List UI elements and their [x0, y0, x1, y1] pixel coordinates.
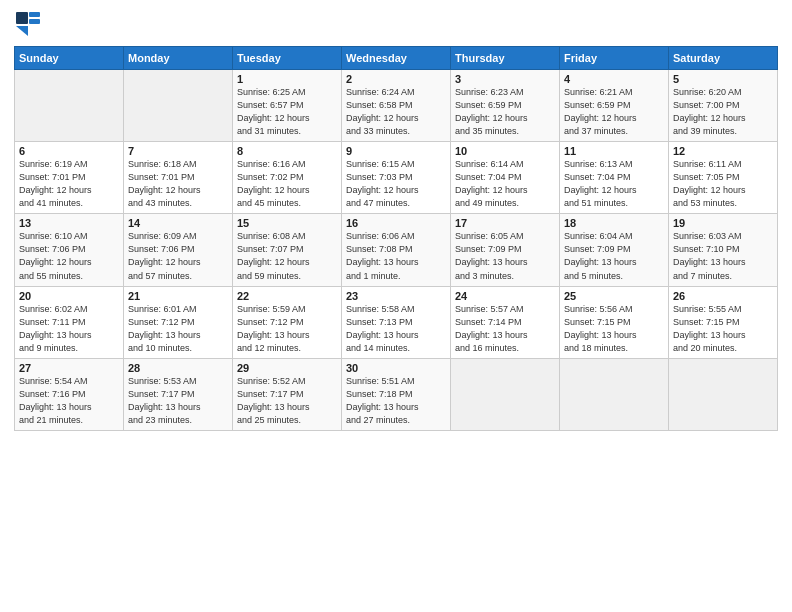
calendar-cell — [560, 358, 669, 430]
day-number: 29 — [237, 362, 337, 374]
day-number: 10 — [455, 145, 555, 157]
weekday-header-sunday: Sunday — [15, 47, 124, 70]
calendar-cell: 5Sunrise: 6:20 AM Sunset: 7:00 PM Daylig… — [669, 70, 778, 142]
day-number: 11 — [564, 145, 664, 157]
calendar-cell: 21Sunrise: 6:01 AM Sunset: 7:12 PM Dayli… — [124, 286, 233, 358]
day-number: 14 — [128, 217, 228, 229]
day-number: 5 — [673, 73, 773, 85]
weekday-header-thursday: Thursday — [451, 47, 560, 70]
day-info: Sunrise: 5:51 AM Sunset: 7:18 PM Dayligh… — [346, 375, 446, 427]
day-number: 15 — [237, 217, 337, 229]
calendar-cell: 12Sunrise: 6:11 AM Sunset: 7:05 PM Dayli… — [669, 142, 778, 214]
day-info: Sunrise: 6:11 AM Sunset: 7:05 PM Dayligh… — [673, 158, 773, 210]
day-info: Sunrise: 6:10 AM Sunset: 7:06 PM Dayligh… — [19, 230, 119, 282]
calendar-cell — [124, 70, 233, 142]
calendar-cell: 2Sunrise: 6:24 AM Sunset: 6:58 PM Daylig… — [342, 70, 451, 142]
day-info: Sunrise: 5:52 AM Sunset: 7:17 PM Dayligh… — [237, 375, 337, 427]
day-number: 26 — [673, 290, 773, 302]
day-info: Sunrise: 6:01 AM Sunset: 7:12 PM Dayligh… — [128, 303, 228, 355]
calendar-cell: 19Sunrise: 6:03 AM Sunset: 7:10 PM Dayli… — [669, 214, 778, 286]
day-number: 23 — [346, 290, 446, 302]
week-row-3: 13Sunrise: 6:10 AM Sunset: 7:06 PM Dayli… — [15, 214, 778, 286]
calendar-cell: 30Sunrise: 5:51 AM Sunset: 7:18 PM Dayli… — [342, 358, 451, 430]
svg-rect-2 — [29, 12, 40, 17]
calendar-cell: 26Sunrise: 5:55 AM Sunset: 7:15 PM Dayli… — [669, 286, 778, 358]
calendar-table: SundayMondayTuesdayWednesdayThursdayFrid… — [14, 46, 778, 431]
svg-rect-3 — [29, 19, 40, 24]
day-info: Sunrise: 5:56 AM Sunset: 7:15 PM Dayligh… — [564, 303, 664, 355]
day-info: Sunrise: 6:14 AM Sunset: 7:04 PM Dayligh… — [455, 158, 555, 210]
calendar-cell: 18Sunrise: 6:04 AM Sunset: 7:09 PM Dayli… — [560, 214, 669, 286]
calendar-cell: 25Sunrise: 5:56 AM Sunset: 7:15 PM Dayli… — [560, 286, 669, 358]
day-info: Sunrise: 6:23 AM Sunset: 6:59 PM Dayligh… — [455, 86, 555, 138]
week-row-4: 20Sunrise: 6:02 AM Sunset: 7:11 PM Dayli… — [15, 286, 778, 358]
calendar-cell: 6Sunrise: 6:19 AM Sunset: 7:01 PM Daylig… — [15, 142, 124, 214]
day-number: 19 — [673, 217, 773, 229]
day-info: Sunrise: 6:21 AM Sunset: 6:59 PM Dayligh… — [564, 86, 664, 138]
weekday-header-friday: Friday — [560, 47, 669, 70]
weekday-header-monday: Monday — [124, 47, 233, 70]
calendar-cell: 10Sunrise: 6:14 AM Sunset: 7:04 PM Dayli… — [451, 142, 560, 214]
day-info: Sunrise: 5:57 AM Sunset: 7:14 PM Dayligh… — [455, 303, 555, 355]
weekday-header-saturday: Saturday — [669, 47, 778, 70]
calendar-cell — [669, 358, 778, 430]
calendar-cell: 15Sunrise: 6:08 AM Sunset: 7:07 PM Dayli… — [233, 214, 342, 286]
day-number: 18 — [564, 217, 664, 229]
day-info: Sunrise: 6:04 AM Sunset: 7:09 PM Dayligh… — [564, 230, 664, 282]
week-row-1: 1Sunrise: 6:25 AM Sunset: 6:57 PM Daylig… — [15, 70, 778, 142]
header — [14, 10, 778, 38]
logo — [14, 10, 44, 38]
day-number: 13 — [19, 217, 119, 229]
day-info: Sunrise: 5:58 AM Sunset: 7:13 PM Dayligh… — [346, 303, 446, 355]
day-info: Sunrise: 6:03 AM Sunset: 7:10 PM Dayligh… — [673, 230, 773, 282]
day-number: 21 — [128, 290, 228, 302]
calendar-cell: 20Sunrise: 6:02 AM Sunset: 7:11 PM Dayli… — [15, 286, 124, 358]
day-info: Sunrise: 5:59 AM Sunset: 7:12 PM Dayligh… — [237, 303, 337, 355]
day-number: 20 — [19, 290, 119, 302]
logo-icon — [14, 10, 42, 38]
calendar-cell: 3Sunrise: 6:23 AM Sunset: 6:59 PM Daylig… — [451, 70, 560, 142]
day-number: 3 — [455, 73, 555, 85]
day-info: Sunrise: 6:16 AM Sunset: 7:02 PM Dayligh… — [237, 158, 337, 210]
day-info: Sunrise: 6:08 AM Sunset: 7:07 PM Dayligh… — [237, 230, 337, 282]
calendar-cell: 14Sunrise: 6:09 AM Sunset: 7:06 PM Dayli… — [124, 214, 233, 286]
calendar-cell: 1Sunrise: 6:25 AM Sunset: 6:57 PM Daylig… — [233, 70, 342, 142]
day-info: Sunrise: 6:15 AM Sunset: 7:03 PM Dayligh… — [346, 158, 446, 210]
day-info: Sunrise: 6:06 AM Sunset: 7:08 PM Dayligh… — [346, 230, 446, 282]
day-info: Sunrise: 6:25 AM Sunset: 6:57 PM Dayligh… — [237, 86, 337, 138]
day-number: 1 — [237, 73, 337, 85]
calendar-cell: 13Sunrise: 6:10 AM Sunset: 7:06 PM Dayli… — [15, 214, 124, 286]
day-number: 24 — [455, 290, 555, 302]
day-info: Sunrise: 6:13 AM Sunset: 7:04 PM Dayligh… — [564, 158, 664, 210]
calendar-cell: 29Sunrise: 5:52 AM Sunset: 7:17 PM Dayli… — [233, 358, 342, 430]
day-info: Sunrise: 6:24 AM Sunset: 6:58 PM Dayligh… — [346, 86, 446, 138]
calendar-cell: 8Sunrise: 6:16 AM Sunset: 7:02 PM Daylig… — [233, 142, 342, 214]
day-number: 28 — [128, 362, 228, 374]
calendar-cell: 27Sunrise: 5:54 AM Sunset: 7:16 PM Dayli… — [15, 358, 124, 430]
day-info: Sunrise: 5:54 AM Sunset: 7:16 PM Dayligh… — [19, 375, 119, 427]
day-number: 17 — [455, 217, 555, 229]
day-number: 6 — [19, 145, 119, 157]
calendar-cell: 16Sunrise: 6:06 AM Sunset: 7:08 PM Dayli… — [342, 214, 451, 286]
day-info: Sunrise: 6:19 AM Sunset: 7:01 PM Dayligh… — [19, 158, 119, 210]
day-number: 4 — [564, 73, 664, 85]
day-info: Sunrise: 6:18 AM Sunset: 7:01 PM Dayligh… — [128, 158, 228, 210]
day-number: 9 — [346, 145, 446, 157]
calendar-cell: 23Sunrise: 5:58 AM Sunset: 7:13 PM Dayli… — [342, 286, 451, 358]
day-info: Sunrise: 6:05 AM Sunset: 7:09 PM Dayligh… — [455, 230, 555, 282]
page: SundayMondayTuesdayWednesdayThursdayFrid… — [0, 0, 792, 612]
week-row-5: 27Sunrise: 5:54 AM Sunset: 7:16 PM Dayli… — [15, 358, 778, 430]
calendar-cell — [15, 70, 124, 142]
day-info: Sunrise: 6:02 AM Sunset: 7:11 PM Dayligh… — [19, 303, 119, 355]
day-number: 30 — [346, 362, 446, 374]
svg-rect-1 — [16, 12, 28, 24]
calendar-cell — [451, 358, 560, 430]
weekday-header-row: SundayMondayTuesdayWednesdayThursdayFrid… — [15, 47, 778, 70]
day-number: 22 — [237, 290, 337, 302]
day-number: 8 — [237, 145, 337, 157]
calendar-cell: 9Sunrise: 6:15 AM Sunset: 7:03 PM Daylig… — [342, 142, 451, 214]
day-info: Sunrise: 6:20 AM Sunset: 7:00 PM Dayligh… — [673, 86, 773, 138]
calendar-cell: 4Sunrise: 6:21 AM Sunset: 6:59 PM Daylig… — [560, 70, 669, 142]
weekday-header-tuesday: Tuesday — [233, 47, 342, 70]
day-number: 2 — [346, 73, 446, 85]
